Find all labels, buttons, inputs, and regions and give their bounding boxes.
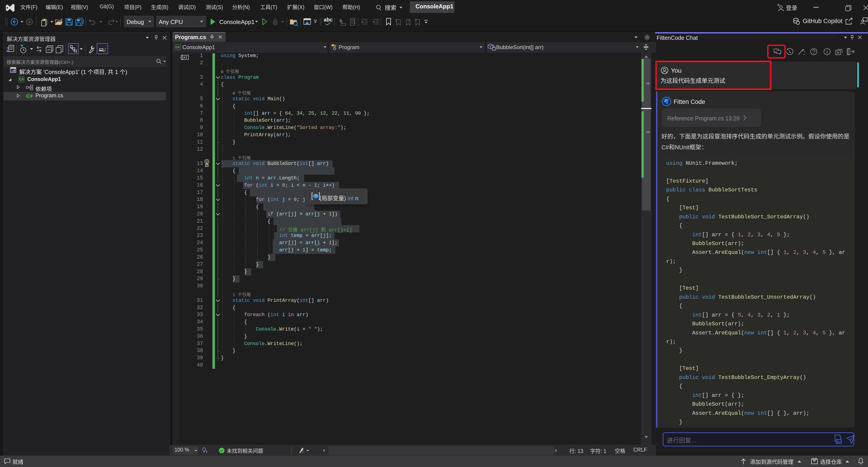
svg-text:}: } (187, 54, 189, 60)
